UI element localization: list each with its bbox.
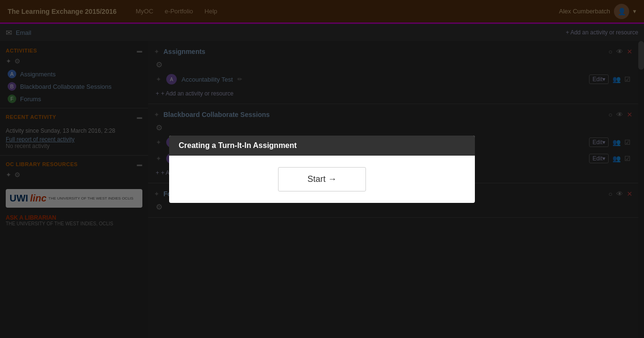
modal-overlay: Creating a Turn-It-In Assignment Start →	[0, 0, 644, 338]
modal-title: Creating a Turn-It-In Assignment	[169, 136, 475, 156]
modal-body: Start →	[169, 156, 475, 203]
start-button[interactable]: Start →	[278, 167, 365, 191]
modal-dialog: Creating a Turn-It-In Assignment Start →	[169, 136, 475, 203]
